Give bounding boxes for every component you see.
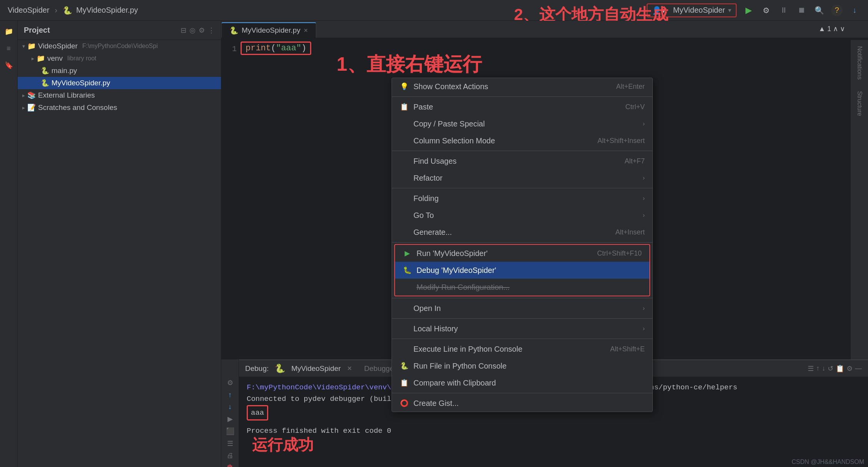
console-connected-text: Connected to pydev debugger (build 2 [247,395,404,403]
string-val: "aaa" [276,43,301,53]
bottom-tool-3[interactable]: ↓ [822,364,825,373]
process-finished-text: Process finished with exit code 0 [247,427,391,435]
tree-item-myspider[interactable]: 🐍 MyVideoSpider.py [18,77,221,89]
menu-label-generate: Generate... [413,228,452,237]
menu-item-run-file-python[interactable]: 🐍 Run File in Python Console [392,357,652,374]
menu-label-copy-paste: Copy / Paste Special [413,120,485,128]
menu-item-local-history[interactable]: Local History › [392,320,652,337]
debug-bug-icon: 🐛 [403,266,412,275]
tree-item-main[interactable]: 🐍 main.py [18,65,221,77]
debug-step-button[interactable]: ↑ [224,391,236,399]
menu-divider-5 [392,298,652,298]
menu-item-execute-line[interactable]: Execute Line in Python Console Alt+Shift… [392,341,652,357]
context-menu: 💡 Show Context Actions Alt+Enter 📋 Paste… [392,78,653,412]
tree-item-venv[interactable]: ▸ 📁 venv library root [18,52,221,65]
open-in-icon [400,304,409,313]
stop-button[interactable]: ⏹ [796,5,807,16]
run-button[interactable]: ▶ [743,5,754,16]
menu-item-generate[interactable]: Generate... Alt+Insert [392,224,652,241]
history-icon [400,324,409,333]
menu-item-run[interactable]: ▶ Run 'MyVideoSpider' Ctrl+Shift+F10 [395,245,649,262]
tree-item-extlibs[interactable]: ▸ 📚 External Libraries [18,89,221,101]
submenu-arrow-folding: › [643,195,645,202]
tree-label-main: main.py [51,66,77,75]
search-button[interactable]: 🔍 [813,5,825,16]
column-icon [400,136,409,145]
left-sidebar-icons: 📁 ≡ 🔖 [0,21,18,467]
tab-close-button[interactable]: ✕ [304,27,308,33]
bottom-tool-4[interactable]: ↺ [828,364,833,373]
run-config-edit-button[interactable]: ⚙ [760,5,772,16]
menu-item-column-selection[interactable]: Column Selection Mode Alt+Shift+Insert [392,132,652,149]
expand-button[interactable]: ⋮ [208,26,215,35]
sidebar-icon-structure[interactable]: ≡ [2,42,16,55]
menu-item-folding[interactable]: Folding › [392,190,652,207]
tab-myspider[interactable]: 🐍 MyVideoSpider.py ✕ [221,22,316,38]
menu-item-left-show-context: 💡 Show Context Actions [400,82,488,91]
bottom-left-tools: ⚙ ↑ ↓ ▶ ⬛ ☰ 🖨 🗑 [221,359,239,467]
menu-label-compare: Compare with Clipboard [413,379,496,387]
menu-item-paste[interactable]: 📋 Paste Ctrl+V [392,98,652,115]
menu-item-create-gist[interactable]: ⭕ Create Gist... [392,395,652,412]
debug-tab-close[interactable]: ✕ [347,365,352,372]
copy-paste-icon [400,119,409,128]
paren-open: ( [271,43,276,53]
menu-item-open-in[interactable]: Open In › [392,300,652,317]
help-button[interactable]: ? [831,5,843,16]
menu-label-goto: Go To [413,211,434,220]
bottom-tool-1[interactable]: ☰ [808,364,814,373]
submenu-arrow-open-in: › [643,305,645,312]
project-panel-header: Project ⊟ ◎ ⚙ ⋮ [18,21,221,40]
menu-item-find-usages[interactable]: Find Usages Alt+F7 [392,153,652,170]
menu-label-find: Find Usages [413,157,456,166]
bottom-tool-5[interactable]: 📋 [836,364,844,373]
debug-resume-button[interactable]: ⚙ [224,379,236,387]
tree-item-videospider[interactable]: ▾ 📁 VideoSpider F:\myPythonCode\VideoSpi [18,40,221,52]
menu-label-run-file: Run File in Python Console [413,362,506,371]
sidebar-icon-project[interactable]: 📁 [2,25,16,38]
menu-divider-4 [392,242,652,243]
menu-item-compare-clipboard[interactable]: 📋 Compare with Clipboard [392,374,652,391]
project-panel-title: Project [24,26,50,35]
menu-item-left-folding: Folding [400,194,439,203]
menu-item-goto[interactable]: Go To › [392,207,652,224]
debug-print-button[interactable]: 🖨 [224,452,236,460]
arrow-icon: ▾ [22,43,25,49]
menu-item-show-context[interactable]: 💡 Show Context Actions Alt+Enter [392,78,652,95]
menu-item-modify-run[interactable]: Modify Run Configuration... [395,279,649,296]
console-path-left: F:\myPythonCode\VideoSpider\venv\Scr [247,383,404,392]
menu-item-left-find: Find Usages [400,156,456,166]
bottom-tool-2[interactable]: ↑ [816,364,820,373]
menu-divider-8 [392,393,652,393]
config-dropdown-icon[interactable]: ▾ [728,7,731,14]
code-highlight-box: print("aaa") [241,42,311,55]
menu-item-refactor[interactable]: Refactor › [392,170,652,186]
bottom-tool-6[interactable]: ⚙ [846,364,853,373]
menu-item-copy-paste-special[interactable]: Copy / Paste Special › [392,115,652,132]
arrow-icon-ext: ▸ [22,92,25,98]
menu-shortcut-find: Alt+F7 [624,157,645,165]
debug-list-button[interactable]: ☰ [224,439,236,448]
menu-item-debug[interactable]: 🐛 Debug 'MyVideoSpider' [395,262,649,279]
menu-item-left-column: Column Selection Mode [400,136,495,145]
pause-button[interactable]: ⏸ [778,5,790,16]
breadcrumb: VideoSpider › 🐍 MyVideoSpider.py [8,6,138,15]
menu-divider-1 [392,96,652,97]
debug-out-button[interactable]: ⬛ [224,427,236,435]
find-icon [400,156,409,166]
tree-item-scratches[interactable]: ▸ 📝 Scratches and Consoles [18,101,221,114]
update-button[interactable]: ↓ [849,5,860,16]
debug-over-button[interactable]: ↓ [224,403,236,411]
bottom-tool-minimize[interactable]: — [855,364,862,373]
locate-file-button[interactable]: ◎ [189,26,196,35]
debug-into-button[interactable]: ▶ [224,415,236,423]
menu-label-run: Run 'MyVideoSpider' [417,249,488,258]
menu-shortcut-run: Ctrl+Shift+F10 [597,249,642,258]
settings-button[interactable]: ⚙ [199,26,205,35]
compare-icon: 📋 [400,378,409,387]
menu-label-paste: Paste [413,103,433,111]
collapse-all-button[interactable]: ⊟ [181,26,186,35]
lib-icon: 📚 [27,91,36,100]
debug-delete-button[interactable]: 🗑 [224,464,236,467]
sidebar-icon-bookmarks[interactable]: 🔖 [2,58,16,72]
